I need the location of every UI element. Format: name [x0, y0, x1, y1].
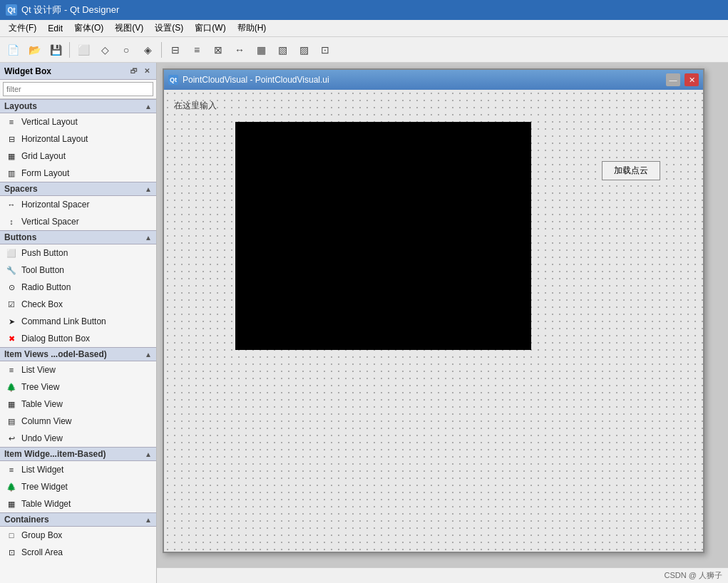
widget-check-box[interactable]: ☑ Check Box — [0, 296, 156, 313]
widget-grid-layout[interactable]: ▦ Grid Layout — [0, 148, 156, 165]
section-buttons[interactable]: Buttons ▲ — [0, 230, 156, 244]
menu-form[interactable]: 窗体(O) — [68, 21, 109, 36]
main-layout: Widget Box 🗗 ✕ Layouts ▲ ≡ Vertical Layo… — [0, 63, 728, 583]
layout4-button[interactable]: ↔ — [230, 40, 250, 60]
group-box-icon: □ — [6, 530, 17, 541]
new-button[interactable]: 📄 — [3, 40, 23, 60]
glayout-button[interactable]: ▦ — [251, 40, 271, 60]
load-cloud-button[interactable]: 加载点云 — [602, 161, 660, 180]
table-view-label: Table View — [21, 399, 63, 409]
select4-button[interactable]: ◈ — [138, 40, 158, 60]
column-view-label: Column View — [21, 416, 71, 426]
menu-edit[interactable]: Edit — [42, 22, 68, 35]
command-link-icon: ➤ — [6, 316, 17, 327]
select-button[interactable]: ⬜ — [73, 40, 93, 60]
horizontal-spacer-label: Horizontal Spacer — [21, 200, 89, 210]
menu-view[interactable]: 视图(V) — [109, 21, 149, 36]
widget-undo-view[interactable]: ↩ Undo View — [0, 430, 156, 447]
section-item-widgets[interactable]: Item Widge...item-Based) ▲ — [0, 447, 156, 461]
table-widget-icon: ▦ — [6, 498, 17, 510]
menu-settings[interactable]: 设置(S) — [149, 21, 189, 36]
filter-input[interactable] — [3, 82, 153, 96]
widget-tree-widget[interactable]: 🌲 Tree Widget — [0, 478, 156, 495]
command-link-label: Command Link Button — [21, 316, 106, 326]
right-area: Qt PointCloudVisual - PointCloudVisual.u… — [157, 63, 728, 583]
section-containers-label: Containers — [4, 515, 49, 525]
vertical-spacer-icon: ↕ — [6, 216, 17, 227]
widget-vertical-spacer[interactable]: ↕ Vertical Spacer — [0, 213, 156, 230]
vlayout-button[interactable]: ≡ — [187, 40, 207, 60]
tree-widget-label: Tree Widget — [21, 482, 68, 492]
select2-button[interactable]: ◇ — [95, 40, 115, 60]
radio-button-icon: ⊙ — [6, 282, 17, 293]
widget-horizontal-layout[interactable]: ⊟ Horizontal Layout — [0, 130, 156, 148]
vertical-layout-icon: ≡ — [6, 116, 17, 128]
menu-window[interactable]: 窗口(W) — [189, 21, 231, 36]
column-view-icon: ▤ — [6, 416, 17, 427]
form-layout-icon: ▥ — [6, 167, 17, 179]
widget-tool-button[interactable]: 🔧 Tool Button — [0, 262, 156, 279]
break-button[interactable]: ▨ — [294, 40, 314, 60]
widget-scroll-area[interactable]: ⊡ Scroll Area — [0, 544, 156, 561]
tree-view-icon: 🌲 — [6, 381, 17, 393]
tree-widget-icon: 🌲 — [6, 481, 17, 492]
widget-box-title: Widget Box — [4, 66, 51, 76]
widget-list-view[interactable]: ≡ List View — [0, 361, 156, 378]
designer-canvas: Qt PointCloudVisual - PointCloudVisual.u… — [157, 63, 728, 567]
save-button[interactable]: 💾 — [46, 40, 66, 60]
section-item-widgets-arrow: ▲ — [145, 450, 152, 458]
dialog-button-box-label: Dialog Button Box — [21, 334, 90, 344]
widget-box-restore[interactable]: 🗗 — [129, 66, 139, 76]
widget-tree-view[interactable]: 🌲 Tree View — [0, 378, 156, 396]
horizontal-layout-icon: ⊟ — [6, 133, 17, 145]
tree-view-label: Tree View — [21, 382, 59, 392]
flayout-button[interactable]: ▧ — [272, 40, 292, 60]
layout3-button[interactable]: ⊠ — [208, 40, 228, 60]
widget-dialog-button-box[interactable]: ✖ Dialog Button Box — [0, 330, 156, 347]
check-box-label: Check Box — [21, 299, 63, 309]
push-button-icon: ⬜ — [6, 247, 17, 259]
table-widget-label: Table Widget — [21, 499, 71, 509]
widget-push-button[interactable]: ⬜ Push Button — [0, 244, 156, 262]
widget-table-view[interactable]: ▦ Table View — [0, 396, 156, 413]
widget-column-view[interactable]: ▤ Column View — [0, 413, 156, 430]
widget-horizontal-spacer[interactable]: ↔ Horizontal Spacer — [0, 196, 156, 213]
form-window: Qt PointCloudVisual - PointCloudVisual.u… — [163, 68, 704, 553]
widget-table-widget[interactable]: ▦ Table Widget — [0, 495, 156, 512]
open-button[interactable]: 📂 — [24, 40, 44, 60]
app-title: Qt 设计师 - Qt Designer — [21, 4, 119, 16]
form-minimize-button[interactable]: — — [666, 73, 680, 86]
list-view-label: List View — [21, 365, 56, 375]
menu-file[interactable]: 文件(F) — [3, 21, 42, 36]
radio-button-label: Radio Button — [21, 282, 71, 292]
section-spacers-arrow: ▲ — [145, 185, 152, 193]
section-containers[interactable]: Containers ▲ — [0, 512, 156, 527]
section-layouts[interactable]: Layouts ▲ — [0, 99, 156, 113]
toolbar-sep-1 — [69, 42, 70, 58]
point-cloud-canvas — [235, 122, 531, 350]
widget-form-layout[interactable]: ▥ Form Layout — [0, 165, 156, 182]
preview-button[interactable]: ⊡ — [315, 40, 335, 60]
menu-bar: 文件(F) Edit 窗体(O) 视图(V) 设置(S) 窗口(W) 帮助(H) — [0, 20, 728, 37]
tool-button-label: Tool Button — [21, 265, 64, 275]
widget-vertical-layout[interactable]: ≡ Vertical Layout — [0, 113, 156, 130]
section-spacers-label: Spacers — [4, 184, 38, 194]
widget-radio-button[interactable]: ⊙ Radio Button — [0, 279, 156, 296]
check-box-icon: ☑ — [6, 299, 17, 310]
dialog-button-box-icon: ✖ — [6, 333, 17, 344]
menu-help[interactable]: 帮助(H) — [232, 21, 272, 36]
section-buttons-arrow: ▲ — [145, 234, 152, 242]
filter-bar — [0, 80, 156, 99]
widget-group-box[interactable]: □ Group Box — [0, 527, 156, 544]
form-canvas[interactable]: 在这里输入 加载点云 — [164, 90, 703, 552]
select3-button[interactable]: ○ — [116, 40, 136, 60]
form-close-button[interactable]: ✕ — [685, 73, 699, 86]
widget-command-link[interactable]: ➤ Command Link Button — [0, 313, 156, 330]
section-item-views[interactable]: Item Views ...odel-Based) ▲ — [0, 347, 156, 361]
undo-view-icon: ↩ — [6, 433, 17, 444]
hlayout-button[interactable]: ⊟ — [165, 40, 185, 60]
widget-box-close[interactable]: ✕ — [142, 66, 152, 76]
widget-list-widget[interactable]: ≡ List Widget — [0, 461, 156, 478]
toolbar-sep-2 — [161, 42, 162, 58]
section-spacers[interactable]: Spacers ▲ — [0, 182, 156, 196]
